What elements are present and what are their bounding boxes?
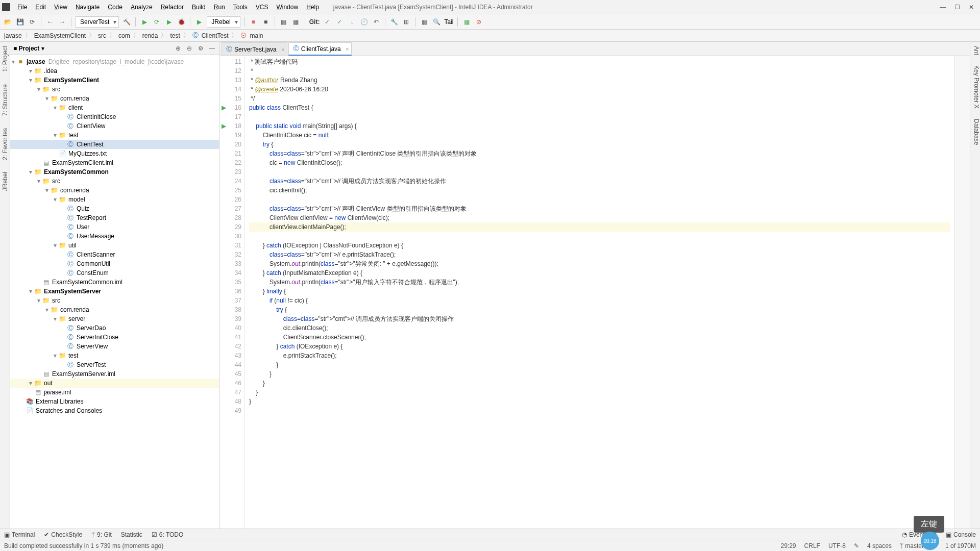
tree-item[interactable]: ⒸUserMessage [10,232,219,241]
tree-item[interactable]: ⒸClientInitClose [10,112,219,121]
green-icon[interactable]: ▦ [462,17,471,27]
tree-item[interactable]: ⒸCommonUtil [10,259,219,268]
tree-item[interactable]: ▾📁server [10,314,219,323]
tree-item[interactable]: 📄MyQuizzes.txt [10,149,219,158]
tree-item[interactable]: ⒸServerTest [10,360,219,369]
menu-analyze[interactable]: Analyze [127,4,157,11]
tree-item[interactable]: ▾📁com.renda [10,305,219,314]
tree-item[interactable]: ⒸClientView [10,121,219,131]
tree-item[interactable]: ▾📁src [10,85,219,94]
code-editor[interactable]: * 测试客户端代码 * * @author Renda Zhang * @cre… [245,56,954,529]
tree-item[interactable]: ⒸQuiz [10,204,219,213]
tree-item[interactable]: ⒸConstEnum [10,268,219,278]
tree-item[interactable]: ⒸServerInitClose [10,333,219,342]
save-icon[interactable]: 💾 [15,17,24,27]
git-history-icon[interactable]: 🕘 [359,17,369,27]
breadcrumb-item[interactable]: ClientTest [202,32,229,39]
gutter[interactable]: 1112131415▶1617▶181920212223242526272829… [219,56,245,529]
maximize-button[interactable]: ☐ [953,4,961,11]
readonly-icon[interactable]: ✎ [854,542,859,549]
checkstyle-tab[interactable]: ✔ CheckStyle [44,531,82,538]
gear-icon[interactable]: ⚙ [197,44,205,53]
console-tab[interactable]: ▣ Console [946,531,976,538]
side-tab[interactable]: 7: Structure [2,82,9,118]
terminal-tab[interactable]: ▣ Terminal [4,531,35,538]
menu-tools[interactable]: Tools [229,4,252,11]
menu-view[interactable]: View [50,4,71,11]
tree-item[interactable]: ▤ExamSystemServer.iml [10,369,219,379]
project-tree[interactable]: ▾■javaseD:\gitee_repository\stage_i_modu… [10,55,219,529]
side-tab[interactable]: Database [970,117,980,147]
tree-item[interactable]: 📄Scratches and Consoles [10,406,219,415]
forbidden-icon[interactable]: ⊘ [474,17,483,27]
open-icon[interactable]: 📂 [3,17,12,27]
minimap[interactable] [954,56,970,529]
tree-item[interactable]: ▤ExamSystemCommon.iml [10,278,219,287]
menu-navigate[interactable]: Navigate [71,4,104,11]
stop-icon[interactable]: ■ [249,17,258,27]
collapse-icon[interactable]: ⊖ [185,44,193,53]
tool1-icon[interactable]: 🔧 [389,17,399,27]
side-tab[interactable]: 1: Project [2,44,9,74]
breadcrumb-item[interactable]: com [118,32,130,39]
menu-window[interactable]: Window [272,4,302,11]
tree-item[interactable]: ⒸTestReport [10,213,219,222]
menu-vcs[interactable]: VCS [252,4,273,11]
tree-item[interactable]: ⒸServerDao [10,323,219,333]
back-icon[interactable]: ← [45,17,55,27]
tree-item[interactable]: ▾📁test [10,131,219,140]
stop2-icon[interactable]: ■ [261,17,271,27]
run-icon[interactable]: ▶ [140,17,149,27]
menu-code[interactable]: Code [104,4,127,11]
git-revert-icon[interactable]: ↶ [372,17,381,27]
menu-build[interactable]: Build [188,4,210,11]
close-button[interactable]: ✕ [968,4,975,11]
menu-help[interactable]: Help [302,4,323,11]
tree-item[interactable]: ⒸServerView [10,342,219,351]
search-icon[interactable]: 🔍 [432,17,441,27]
coverage-icon[interactable]: ▶ [164,17,174,27]
side-tab[interactable]: Key Promoter X [970,63,980,111]
line-sep[interactable]: CRLF [804,542,820,549]
tree-item[interactable]: ▾📁model [10,195,219,204]
breadcrumb-item[interactable]: javase [4,32,22,39]
tree-item[interactable]: ▤ExamSystemClient.iml [10,158,219,167]
sync-icon[interactable]: ⟳ [28,17,37,27]
tree-item[interactable]: ⒸClientScanner [10,250,219,259]
todo-tab[interactable]: ☑ 6: TODO [152,531,184,538]
git-tab[interactable]: ᛘ 9: Git [91,531,112,538]
tree-item[interactable]: ▾📁out [10,379,219,388]
run-config-select[interactable]: ServerTest [76,16,119,28]
tree-item[interactable]: ▤javase.iml [10,388,219,397]
git-update-icon[interactable]: ↓ [347,17,356,27]
debug-icon[interactable]: 🐞 [177,17,186,27]
git-branch[interactable]: ᛘ master [900,542,924,549]
tree-item[interactable]: 📚External Libraries [10,397,219,406]
indent[interactable]: 4 spaces [867,542,892,549]
tree-item[interactable]: ▾📁com.renda [10,186,219,195]
tool2-icon[interactable]: ⊞ [402,17,411,27]
tree-root[interactable]: ▾■javaseD:\gitee_repository\stage_i_modu… [10,57,219,66]
breadcrumb-item[interactable]: main [250,32,263,39]
memory-indicator[interactable]: 1 of 1970M [945,542,976,549]
hammer-icon[interactable]: 🔨 [122,17,131,27]
tree-item[interactable]: ⒸClientTest [10,140,219,149]
tree-item[interactable]: ⒸUser [10,222,219,232]
side-tab[interactable]: JRebel [2,170,9,193]
tree-item[interactable]: ▾📁ExamSystemClient [10,76,219,85]
tree-item[interactable]: ▾📁com.renda [10,94,219,103]
breadcrumb-item[interactable]: test [170,32,180,39]
breadcrumb-item[interactable]: ExamSystemClient [34,32,86,39]
breadcrumb-item[interactable]: renda [142,32,158,39]
tree-item[interactable]: ▾📁test [10,351,219,360]
editor-tab[interactable]: ⒸClientTest.java× [288,42,352,56]
layout2-icon[interactable]: ▦ [291,17,301,27]
tree-item[interactable]: ▾📁src [10,177,219,186]
tail-label[interactable]: Tail [444,18,453,26]
hide-icon[interactable]: — [208,44,216,53]
project-view-select[interactable]: ■ Project ▾ [13,45,44,52]
menu-edit[interactable]: Edit [31,4,50,11]
run2-icon[interactable]: ▶ [194,17,204,27]
debug-run-icon[interactable]: ⟳ [152,17,161,27]
git-push-icon[interactable]: ✓ [335,17,344,27]
